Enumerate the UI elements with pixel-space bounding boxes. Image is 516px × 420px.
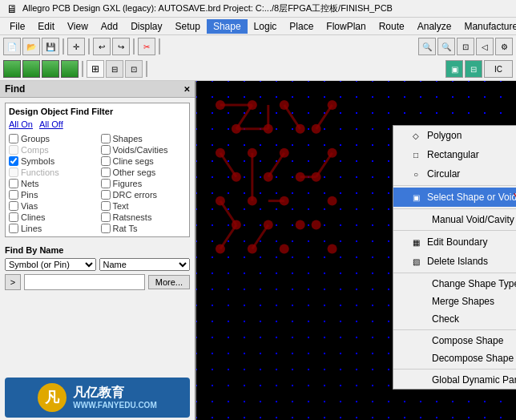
dropdown-item-select-shape[interactable]: ▣Select Shape or Void/Cavity — [393, 188, 516, 207]
checkbox-input-cline-segs[interactable] — [101, 156, 111, 166]
dropdown-item-delete-islands[interactable]: ▧Delete Islands — [393, 252, 516, 271]
settings-button[interactable]: ⚙ — [495, 38, 513, 55]
menu-item-view[interactable]: View — [61, 19, 95, 34]
find-text-input[interactable] — [24, 274, 145, 290]
checkbox-input-drc-errors[interactable] — [101, 190, 111, 200]
tb-extra-2[interactable]: ⊡ — [125, 60, 143, 78]
right-green-2[interactable]: ⊟ — [465, 60, 482, 78]
cut-button[interactable]: ✂ — [138, 38, 155, 55]
menu-item-setup[interactable]: Setup — [169, 19, 207, 34]
checkbox-nets[interactable]: Nets — [9, 179, 95, 188]
all-off-button[interactable]: All Off — [39, 119, 63, 129]
tb-extra-1[interactable]: ⊟ — [106, 60, 123, 78]
checkbox-input-vias[interactable] — [9, 201, 18, 211]
panel-collapse-icon[interactable]: ✕ — [183, 85, 190, 94]
yellow-btn-1[interactable]: ⊞ — [87, 60, 104, 78]
checkbox-ratsnests[interactable]: Ratsnests — [101, 212, 187, 222]
green-toolbar-row: ⊞ ⊟ ⊡ ▣ ⊟ IC — [0, 58, 516, 80]
checkbox-grid: GroupsShapesCompsVoids/CavitiesSymbolsCl… — [9, 134, 186, 233]
menu-item-display[interactable]: Display — [124, 19, 168, 34]
menu-item-flowplan[interactable]: FlowPlan — [320, 19, 372, 34]
checkbox-rat-ts[interactable]: Rat Ts — [101, 224, 187, 233]
dropdown-icon-polygon: ◇ — [409, 129, 422, 142]
dropdown-item-merge-shapes[interactable]: Merge Shapes — [393, 293, 516, 310]
menu-item-file[interactable]: File — [3, 19, 31, 34]
main-area: Find ✕ Design Object Find Filter All On … — [0, 81, 516, 420]
checkbox-input-lines[interactable] — [9, 224, 18, 233]
menu-item-add[interactable]: Add — [95, 19, 124, 34]
checkbox-pins[interactable]: Pins — [9, 190, 95, 200]
checkbox-drc-errors[interactable]: DRC errors — [101, 190, 187, 200]
menu-item-analyze[interactable]: Analyze — [411, 19, 458, 34]
canvas-area[interactable]: ◇Polygon□Rectangular○Circular▣Select Sha… — [196, 81, 516, 420]
menu-item-shape[interactable]: Shape — [207, 19, 248, 34]
checkbox-symbols[interactable]: Symbols — [9, 156, 95, 166]
zoom-fit-button[interactable]: ⊡ — [457, 38, 474, 55]
crosshair-button[interactable]: ✛ — [67, 38, 85, 55]
right-green-3[interactable]: IC — [484, 60, 513, 78]
checkbox-shapes[interactable]: Shapes — [101, 134, 187, 143]
dropdown-item-check[interactable]: Check — [393, 310, 516, 328]
checkbox-text[interactable]: Text — [101, 201, 187, 211]
checkbox-input-groups[interactable] — [9, 134, 18, 143]
dropdown-item-change-shape-type[interactable]: Change Shape Type — [393, 275, 516, 293]
find-type-select[interactable]: Symbol (or Pin) Net Pin Via — [5, 258, 96, 271]
checkbox-input-symbols[interactable] — [9, 156, 18, 166]
checkbox-figures[interactable]: Figures — [101, 179, 187, 188]
checkbox-input-figures[interactable] — [101, 179, 111, 188]
checkbox-other-segs[interactable]: Other segs — [101, 168, 187, 177]
right-green-1[interactable]: ▣ — [445, 60, 463, 78]
menu-item-logic[interactable]: Logic — [248, 19, 284, 34]
all-on-button[interactable]: All On — [9, 119, 33, 129]
checkbox-input-pins[interactable] — [9, 190, 18, 200]
checkbox-clines[interactable]: Clines — [9, 212, 95, 222]
dropdown-item-rectangular[interactable]: □Rectangular — [393, 145, 516, 164]
checkbox-cline-segs[interactable]: Cline segs — [101, 156, 187, 166]
find-name-select[interactable]: Name — [99, 258, 191, 271]
menu-bar: FileEditViewAddDisplaySetupShapeLogicPla… — [0, 18, 516, 35]
open-button[interactable]: 📂 — [22, 38, 40, 55]
checkbox-input-voids/cavities[interactable] — [101, 145, 111, 155]
dropdown-item-compose-shape[interactable]: Compose Shape — [393, 332, 516, 349]
checkbox-voids-cavities[interactable]: Voids/Cavities — [101, 145, 187, 155]
dropdown-item-circular[interactable]: ○Circular — [393, 164, 516, 184]
checkbox-input-shapes[interactable] — [101, 134, 111, 143]
dropdown-item-polygon[interactable]: ◇Polygon — [393, 126, 516, 145]
find-panel: Find ✕ Design Object Find Filter All On … — [0, 81, 196, 420]
svg-point-17 — [296, 220, 305, 230]
green-btn-3[interactable] — [42, 60, 59, 78]
dropdown-item-manual-void[interactable]: Manual Void/Cavity▶ — [393, 211, 516, 228]
checkbox-input-clines[interactable] — [9, 212, 18, 222]
menu-item-edit[interactable]: Edit — [31, 19, 61, 34]
find-more-button[interactable]: More... — [148, 275, 190, 289]
green-btn-4[interactable] — [61, 60, 79, 78]
toolbar-row-1: 📄 📂 💾 ✛ ↩ ↪ ✂ 🔍 🔍 ⊡ ◁ ⚙ — [0, 35, 516, 58]
dropdown-item-global-dynamic[interactable]: Global Dynamic Params... — [393, 371, 516, 389]
separator-green-1 — [82, 61, 83, 77]
dropdown-item-edit-boundary[interactable]: ▦Edit Boundary — [393, 232, 516, 252]
undo-button[interactable]: ↩ — [93, 38, 111, 55]
dropdown-label-merge-shapes: Merge Shapes — [432, 296, 494, 307]
zoom-in-button[interactable]: 🔍 — [418, 38, 436, 55]
checkbox-input-ratsnests[interactable] — [101, 212, 111, 222]
new-button[interactable]: 📄 — [3, 38, 21, 55]
redo-button[interactable]: ↪ — [112, 38, 130, 55]
menu-item-manufacture[interactable]: Manufacture — [458, 19, 516, 34]
green-btn-1[interactable] — [3, 60, 21, 78]
checkbox-vias[interactable]: Vias — [9, 201, 95, 211]
find-arrow-button[interactable]: > — [5, 274, 21, 290]
logo-main-text: 凡亿教育 — [73, 385, 156, 400]
checkbox-input-text[interactable] — [101, 201, 111, 211]
checkbox-input-other-segs[interactable] — [101, 168, 111, 177]
checkbox-input-rat-ts[interactable] — [101, 224, 111, 233]
dropdown-item-decompose-shape[interactable]: Decompose Shape — [393, 349, 516, 367]
green-btn-2[interactable] — [22, 60, 40, 78]
zoom-previous-button[interactable]: ◁ — [476, 38, 494, 55]
zoom-out-button[interactable]: 🔍 — [437, 38, 455, 55]
menu-item-place[interactable]: Place — [283, 19, 320, 34]
menu-item-route[interactable]: Route — [373, 19, 411, 34]
checkbox-groups[interactable]: Groups — [9, 134, 95, 143]
checkbox-input-nets[interactable] — [9, 179, 18, 188]
save-button[interactable]: 💾 — [42, 38, 59, 55]
checkbox-lines[interactable]: Lines — [9, 224, 95, 233]
